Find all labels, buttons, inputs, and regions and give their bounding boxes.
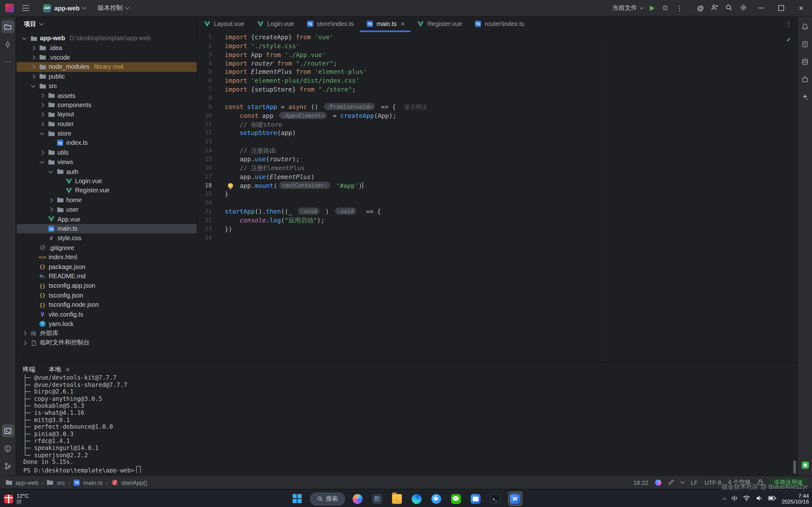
line-separator[interactable]: LF	[691, 480, 698, 486]
notifications-button[interactable]	[799, 20, 812, 33]
terminal-app-icon[interactable]	[489, 492, 502, 505]
code-line[interactable]: console.log("应用启动");	[225, 216, 798, 225]
edge-browser-icon[interactable]	[410, 492, 423, 505]
code-line[interactable]: app.use(router);	[225, 155, 798, 164]
tree-item-.vscode[interactable]: .vscode	[16, 53, 197, 62]
tab-Register.vue[interactable]: Register.vue	[411, 16, 468, 32]
tree-item-README.md[interactable]: M↓README.md	[16, 272, 197, 281]
code-line[interactable]: // 注册路由	[225, 147, 798, 155]
code-area[interactable]: import {createApp} from 'vue'import './s…	[225, 33, 798, 242]
chevron-right-icon[interactable]	[31, 74, 35, 78]
wps-office-icon[interactable]	[508, 492, 521, 505]
volume-icon[interactable]	[756, 495, 763, 503]
code-line[interactable]: // 注册ElementPlus	[225, 164, 798, 173]
docs-app-icon[interactable]	[469, 492, 482, 505]
tree-item-style.css[interactable]: #style.css	[16, 233, 197, 243]
tree-item-store[interactable]: store	[16, 129, 197, 138]
more-actions-icon[interactable]: ⋮	[676, 4, 683, 12]
tree-item-node_modules[interactable]: node_moduleslibrary root	[16, 62, 197, 72]
todo-button[interactable]	[799, 38, 812, 51]
tree-item-tsconfig.app.json[interactable]: {}tsconfig.app.json	[16, 281, 197, 291]
chevron-right-icon[interactable]	[40, 93, 44, 98]
file-explorer-icon[interactable]	[390, 492, 403, 505]
terminal-button[interactable]	[1, 424, 14, 437]
code-line[interactable]: }	[225, 190, 798, 199]
tree-item-layout[interactable]: layout	[16, 110, 197, 119]
wifi-icon[interactable]	[743, 495, 751, 503]
project-folder-button[interactable]	[1, 20, 14, 33]
code-line[interactable]: })	[225, 225, 798, 234]
search-everywhere-icon[interactable]	[725, 3, 733, 13]
chevron-right-icon[interactable]	[48, 208, 53, 212]
tree-item-index.html[interactable]: </>index.html	[16, 252, 197, 262]
chevron-right-icon[interactable]	[31, 46, 35, 50]
tree-item-index.ts[interactable]: TSindex.ts	[16, 138, 197, 148]
code-line[interactable]	[225, 199, 798, 208]
code-line[interactable]: app.mount(rootContainer: '#app')	[225, 181, 798, 190]
version-control-button[interactable]	[1, 459, 14, 472]
chevron-right-icon[interactable]	[48, 198, 53, 203]
code-line[interactable]: import 'element-plus/dist/index.css'	[225, 77, 798, 86]
start-button[interactable]	[290, 492, 304, 505]
code-line[interactable]: import router from "./router";	[225, 59, 798, 68]
chevron-down-icon[interactable]	[680, 480, 685, 484]
debug-button[interactable]	[661, 3, 669, 13]
close-icon[interactable]: ×	[66, 366, 69, 373]
code-line[interactable]	[225, 138, 798, 147]
code-line[interactable]: app.use(ElementPlus)	[225, 173, 798, 181]
project-selector[interactable]: AW app-web	[39, 2, 90, 14]
tree-item-package.json[interactable]: {}package.json	[16, 262, 197, 272]
wechat-icon[interactable]	[449, 492, 462, 505]
battery-icon[interactable]	[768, 495, 776, 502]
tab-Layout.vue[interactable]: Layout.vue	[197, 16, 251, 32]
code-line[interactable]: const app :App<Element> = createApp(App)…	[225, 112, 798, 120]
file-encoding[interactable]: UTF-8	[705, 480, 721, 486]
commit-button[interactable]	[1, 38, 14, 51]
plugins-button[interactable]	[799, 73, 812, 86]
code-line[interactable]: setupStore(app)	[225, 129, 798, 138]
tree-item-Login.vue[interactable]: Login.vue	[16, 176, 197, 186]
terminal-title[interactable]: 终端	[23, 365, 35, 374]
tab-store\index.ts[interactable]: TSstore\index.ts	[300, 16, 360, 32]
close-icon[interactable]: ×	[401, 20, 404, 27]
vcs-widget[interactable]: 版本控制	[98, 3, 129, 12]
caret-position[interactable]: 18:22	[633, 480, 648, 486]
promo-gift-icon[interactable]	[4, 494, 13, 503]
tree-item-.idea[interactable]: .idea	[16, 43, 197, 53]
tree-item-assets[interactable]: assets	[16, 91, 197, 100]
tab-router\index.ts[interactable]: TSrouter\index.ts	[468, 16, 530, 32]
copilot-icon[interactable]	[351, 492, 364, 505]
pc-app-icon[interactable]	[370, 492, 384, 505]
breadcrumb-item[interactable]: src	[47, 480, 65, 486]
intention-bulb-icon[interactable]	[228, 183, 233, 188]
breadcrumb-item[interactable]: ƒstartApp()	[111, 480, 148, 486]
chevron-down-icon[interactable]	[31, 83, 35, 88]
chevron-right-icon[interactable]	[40, 112, 44, 117]
chevron-right-icon[interactable]	[22, 331, 26, 336]
more-button[interactable]: ⋯	[1, 55, 14, 68]
main-menu-icon[interactable]	[22, 5, 29, 11]
code-line[interactable]	[225, 234, 798, 243]
code-line[interactable]: import {createApp} from 'vue'	[225, 33, 798, 42]
chevron-down-icon[interactable]	[22, 36, 26, 40]
ai-assistant-button[interactable]	[799, 91, 812, 104]
chevron-right-icon[interactable]	[40, 151, 44, 155]
code-line[interactable]: startApp().then((_ :void ) :void => {	[225, 208, 798, 216]
code-line[interactable]: import './style.css'	[225, 42, 798, 51]
tree-item-components[interactable]: components	[16, 100, 197, 110]
tray-expand-icon[interactable]	[722, 497, 727, 502]
problems-button[interactable]	[1, 442, 14, 455]
run-config-selector[interactable]: 当前文件	[612, 3, 643, 12]
tray-clock[interactable]: 7:44 2025/10/16	[781, 493, 809, 505]
breadcrumb-item[interactable]: TSmain.ts	[73, 480, 102, 486]
terminal-tab-local[interactable]: 本地 ×	[49, 365, 69, 374]
chevron-right-icon[interactable]	[31, 65, 35, 69]
edit-mode-icon[interactable]	[668, 479, 674, 486]
code-editor[interactable]: ✔ 12345678910111213141516171819202122232…	[197, 32, 798, 362]
ime-indicator[interactable]: 中	[731, 494, 738, 503]
tree-item-tsconfig.json[interactable]: {}tsconfig.json	[16, 291, 197, 300]
tab-Login.vue[interactable]: Login.vue	[251, 16, 300, 32]
plugin-status-icon[interactable]	[655, 480, 661, 486]
chevron-down-icon[interactable]	[40, 159, 44, 164]
tree-item-main.ts[interactable]: TSmain.ts	[16, 224, 197, 233]
